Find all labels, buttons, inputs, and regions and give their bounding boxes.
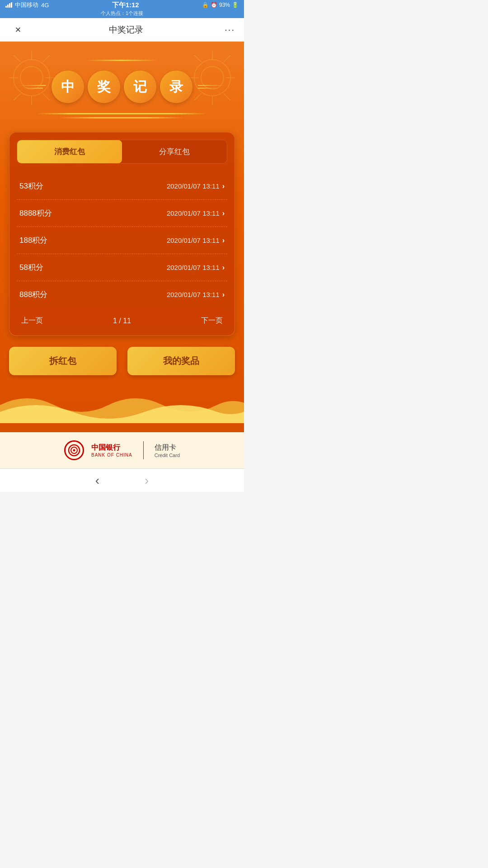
prize-card: 消费红包 分享红包 53积分 2020/01/07 13:11 › 8888积分… <box>9 132 235 336</box>
item-date-arrow-5: 2020/01/07 13:11 › <box>167 291 225 299</box>
boc-logo-svg <box>68 444 80 457</box>
page-info: 1 / 11 <box>113 317 131 325</box>
item-date-arrow-4: 2020/01/07 13:11 › <box>167 264 225 272</box>
list-item[interactable]: 8888积分 2020/01/07 13:11 › <box>17 200 227 227</box>
chevron-right-icon-5: › <box>222 291 225 299</box>
bottom-nav: ‹ › <box>0 468 244 492</box>
chevron-right-icon-1: › <box>222 182 225 190</box>
item-date-1: 2020/01/07 13:11 <box>167 182 220 190</box>
bank-name-en: BANK OF CHINA <box>91 453 132 458</box>
time-label: 下午1:12 <box>112 1 139 9</box>
title-char-4: 录 <box>160 71 192 103</box>
item-date-2: 2020/01/07 13:11 <box>167 209 220 217</box>
chevron-right-icon-4: › <box>222 264 225 272</box>
bank-credit-cn: 信用卡 <box>155 443 180 453</box>
bank-credit: 信用卡 Credit Card <box>155 443 180 458</box>
deco-lines <box>32 113 212 118</box>
item-name-5: 888积分 <box>19 289 47 300</box>
title-char-2: 奖 <box>88 71 120 103</box>
back-arrow-button[interactable]: ‹ <box>95 473 99 488</box>
alarm-icon: ⏰ <box>211 2 217 8</box>
item-name-1: 53积分 <box>19 181 43 191</box>
title-circles: 中 奖 记 录 <box>19 71 225 103</box>
svg-point-22 <box>73 449 75 452</box>
my-prizes-button[interactable]: 我的奖品 <box>127 347 235 375</box>
bank-logo-icon <box>64 440 84 460</box>
carrier-label: 中国移动 <box>15 1 38 9</box>
hotspot-label: 个人热点：1个连接 <box>0 10 244 18</box>
title-char-1: 中 <box>52 71 84 103</box>
bank-section: 中国银行 BANK OF CHINA 信用卡 Credit Card <box>0 432 244 468</box>
more-button[interactable]: ··· <box>225 24 235 35</box>
chevron-right-icon-2: › <box>222 209 225 217</box>
chevron-right-icon-3: › <box>222 236 225 245</box>
lock-icon: 🔒 <box>202 2 209 8</box>
bottom-buttons: 拆红包 我的奖品 <box>0 336 244 382</box>
item-date-4: 2020/01/07 13:11 <box>167 264 220 271</box>
list-item[interactable]: 53积分 2020/01/07 13:11 › <box>17 173 227 200</box>
battery-icon: 🔋 <box>232 2 239 8</box>
tab-share-redpacket[interactable]: 分享红包 <box>122 140 227 163</box>
list-item[interactable]: 58积分 2020/01/07 13:11 › <box>17 254 227 281</box>
title-char-3: 记 <box>124 71 156 103</box>
item-name-2: 8888积分 <box>19 208 52 218</box>
item-date-arrow-3: 2020/01/07 13:11 › <box>167 236 225 245</box>
list-item[interactable]: 188积分 2020/01/07 13:11 › <box>17 227 227 254</box>
bank-name-cn: 中国银行 <box>91 443 120 453</box>
nav-bar: × 中奖记录 ··· <box>0 18 244 42</box>
forward-arrow-button[interactable]: › <box>145 473 149 488</box>
signal-icon <box>5 2 12 8</box>
network-label: 4G <box>41 2 49 9</box>
wave-decoration <box>0 387 244 423</box>
next-page-button[interactable]: 下一页 <box>201 316 223 326</box>
item-date-arrow-1: 2020/01/07 13:11 › <box>167 182 225 190</box>
item-date-3: 2020/01/07 13:11 <box>167 236 220 244</box>
tab-consume-redpacket[interactable]: 消费红包 <box>17 140 122 163</box>
pagination: 上一页 1 / 11 下一页 <box>17 308 227 328</box>
main-content: 中 奖 记 录 消费红包 分享红包 <box>0 42 244 432</box>
item-name-4: 58积分 <box>19 262 43 273</box>
tabs-container: 消费红包 分享红包 <box>17 140 227 164</box>
status-icons: 🔒 ⏰ 93% 🔋 <box>202 2 239 8</box>
close-button[interactable]: × <box>9 24 27 36</box>
open-redpacket-button[interactable]: 拆红包 <box>9 347 117 375</box>
bank-name: 中国银行 BANK OF CHINA <box>91 443 132 458</box>
wave-svg <box>0 387 244 423</box>
prize-list: 53积分 2020/01/07 13:11 › 8888积分 2020/01/0… <box>17 173 227 308</box>
header-decoration: 中 奖 记 录 <box>0 42 244 132</box>
bank-credit-en: Credit Card <box>155 453 180 458</box>
bank-divider <box>143 441 144 459</box>
status-bar: 中国移动 4G 下午1:12 🔒 ⏰ 93% 🔋 个人热点：1个连接 <box>0 0 244 18</box>
page-title: 中奖记录 <box>109 24 143 36</box>
item-date-5: 2020/01/07 13:11 <box>167 291 220 298</box>
prev-page-button[interactable]: 上一页 <box>21 316 43 326</box>
item-name-3: 188积分 <box>19 235 47 245</box>
item-date-arrow-2: 2020/01/07 13:11 › <box>167 209 225 217</box>
list-item[interactable]: 888积分 2020/01/07 13:11 › <box>17 281 227 308</box>
battery-label: 93% <box>219 2 230 8</box>
